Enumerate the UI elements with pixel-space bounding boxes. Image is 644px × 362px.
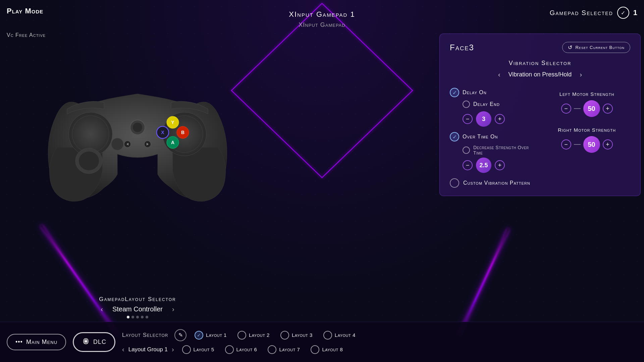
vibration-selector-label: Vibration Selector [450,60,630,67]
delay-value: 3 [476,111,491,127]
decrease-strength-row: Decrease Strength Over Time [463,145,537,156]
layout-5-btn[interactable]: Layout 5 [179,344,217,355]
reset-icon: ↺ [568,44,573,51]
reset-current-button[interactable]: ↺ Reset Current Button [562,42,630,53]
layout-2-btn[interactable]: Layout 2 [235,329,272,341]
vibration-prev-btn[interactable]: ‹ [495,69,503,80]
delay-end-radio[interactable] [463,101,470,108]
gamepad-number: 1 [633,8,637,17]
delay-counter-row: − 3 + [463,111,537,127]
gamepad-selected-label: Gamepad Selected [550,9,613,17]
reset-btn-label: Reset Current Button [575,45,625,50]
bottom-bar: ••• Main Menu DLC Layout Selector ✎ Layo… [0,322,644,362]
layout-7-btn[interactable]: Layout 7 [265,344,303,355]
left-motor-plus-btn[interactable]: + [603,104,613,114]
over-time-counter-row: − 2.5 + [463,158,537,173]
delay-on-row: Delay On [450,88,537,97]
right-motor-value: 50 [583,136,600,153]
layout-2-radio [237,331,246,340]
over-time-on-label: Over Time On [463,134,498,140]
layout-1-label: Layout 1 [206,332,227,338]
layout-5-label: Layout 5 [194,347,214,352]
layout-edit-btn[interactable]: ✎ [174,329,186,341]
over-time-value: 2.5 [476,158,491,173]
dot-5 [146,316,148,318]
vibration-value-row: ‹ Vibration on Press/Hold › [450,69,630,80]
layout-3-btn[interactable]: Layout 3 [278,329,315,341]
layout-6-radio [225,345,234,354]
delay-on-checkbox[interactable] [450,88,459,97]
vc-free-label: Vc Free Active [7,32,46,38]
layout-6-label: Layout 6 [236,347,257,352]
svg-text:B: B [181,130,184,135]
layout-group-value: Layout Group 1 [128,346,168,353]
motor-divider-left [574,108,581,109]
layout-bottom-row: ‹ Layout Group 1 › Layout 5 Layout 6 Lay… [122,344,637,355]
over-time-on-row: Over Time On [450,132,537,141]
gamepad-check-icon: ✓ [617,7,629,19]
layout-1-btn[interactable]: Layout 1 [192,329,229,341]
settings-panel: Face3 ↺ Reset Current Button Vibration S… [439,34,641,196]
layout-top-row: Layout Selector ✎ Layout 1 Layout 2 Layo… [122,329,637,341]
decrease-strength-radio[interactable] [463,146,470,154]
vibration-next-btn[interactable]: › [577,69,585,80]
dlc-button[interactable]: DLC [73,332,115,352]
layout-selector-label: Layout Selector [122,332,169,339]
dlc-label: DLC [93,339,106,346]
layout-4-btn[interactable]: Layout 4 [321,329,358,341]
dot-3 [136,316,139,318]
main-menu-label: Main Menu [26,339,57,346]
delay-end-row: Delay End [463,101,537,108]
top-center-info: XInput Gamepad 1 XInput Gamepad [289,10,355,28]
main-menu-dots-icon: ••• [15,339,23,346]
delay-on-label: Delay On [463,89,487,96]
top-right-info: Gamepad Selected ✓ 1 [550,7,637,19]
controller-image: Y B A X [23,47,252,215]
dot-indicator [0,316,275,318]
gamepad-layout-selector: GamepadLayout Selector ‹ Steam Controlle… [0,296,275,322]
svg-text:Y: Y [171,120,174,125]
xinput-title: XInput Gamepad 1 [289,10,355,19]
motor-divider-right [574,144,581,145]
dot-2 [131,316,134,318]
right-motor-row: − 50 + [543,136,630,153]
delay-minus-btn[interactable]: − [463,114,473,124]
layout-7-label: Layout 7 [279,347,300,352]
layout-8-label: Layout 8 [322,347,343,352]
over-time-on-checkbox[interactable] [450,132,459,141]
gamepad-layout-prev-btn[interactable]: ‹ [98,304,106,314]
layout-8-radio [311,345,319,354]
over-time-minus-btn[interactable]: − [463,160,473,170]
left-motor-minus-btn[interactable]: − [561,104,571,114]
right-motor-section: Right Motor Strength − 50 + [543,127,630,153]
vibration-value: Vibration on Press/Hold [508,71,572,78]
svg-text:X: X [161,130,164,135]
svg-point-6 [111,138,123,150]
layout-6-btn[interactable]: Layout 6 [222,344,260,355]
layout-8-btn[interactable]: Layout 8 [308,344,345,355]
layout-3-radio [280,331,289,340]
face3-title: Face3 [450,43,474,52]
layout-group-next-btn[interactable]: › [172,346,174,353]
left-motor-label: Left Motor Strength [543,91,630,97]
svg-point-21 [85,340,87,342]
right-motor-minus-btn[interactable]: − [561,139,571,149]
layout-3-label: Layout 3 [292,332,313,338]
panel-header: Face3 ↺ Reset Current Button [450,42,630,53]
custom-vibration-radio[interactable] [450,178,459,188]
right-col: Left Motor Strength − 50 + Right Motor S… [543,88,630,160]
dot-1 [127,316,129,318]
layout-4-radio [323,331,332,340]
dot-4 [141,316,144,318]
right-motor-label: Right Motor Strength [543,127,630,133]
edit-icon: ✎ [178,332,183,338]
right-motor-plus-btn[interactable]: + [603,139,613,149]
gamepad-layout-next-btn[interactable]: › [169,304,177,314]
custom-vibration-row: Custom Vibration Pattern [450,178,537,188]
layout-group-prev-btn[interactable]: ‹ [122,346,124,353]
svg-text:A: A [171,140,174,145]
delay-plus-btn[interactable]: + [495,114,505,124]
main-menu-button[interactable]: ••• Main Menu [7,334,66,350]
over-time-plus-btn[interactable]: + [495,160,505,170]
svg-point-8 [133,123,142,132]
